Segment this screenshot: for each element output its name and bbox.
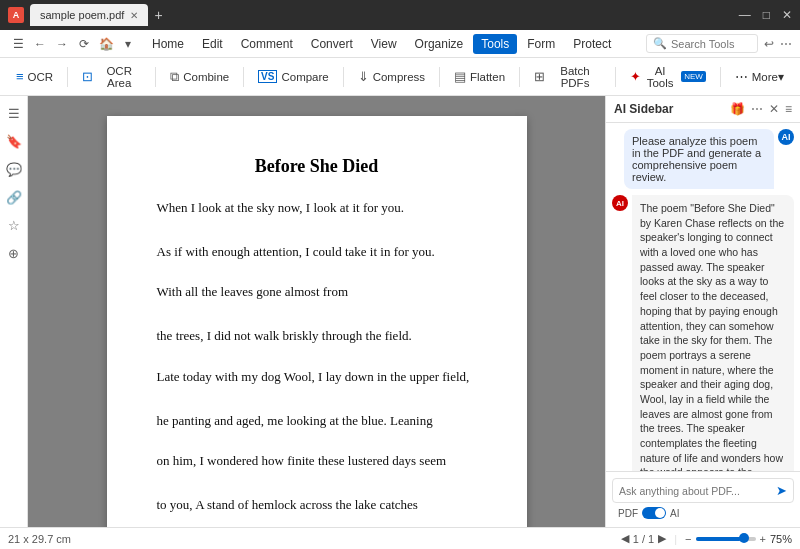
- zoom-out-icon[interactable]: −: [685, 533, 691, 545]
- maximize-icon[interactable]: □: [763, 8, 770, 22]
- undo-icon[interactable]: ↩: [764, 37, 774, 51]
- document-tab[interactable]: sample poem.pdf ✕: [30, 4, 148, 26]
- ai-toggle-label: AI: [670, 508, 679, 519]
- app-icon: A: [8, 7, 24, 23]
- gift-icon[interactable]: 🎁: [730, 102, 745, 116]
- ocr-area-button[interactable]: ⊡ OCR Area: [74, 61, 149, 93]
- menu-convert[interactable]: Convert: [303, 34, 361, 54]
- ai-input-field[interactable]: [619, 485, 776, 497]
- menu-hamburger-icon[interactable]: ☰: [8, 34, 28, 54]
- combine-icon: ⧉: [170, 69, 179, 85]
- thumbnail-icon[interactable]: ☰: [3, 102, 25, 124]
- more-tools-icon: ⋯: [735, 69, 748, 84]
- ai-more-icon[interactable]: ⋯: [751, 102, 763, 116]
- poem-stanza-1: When I look at the sky now, I look at it…: [157, 197, 477, 263]
- ai-avatar: AI: [612, 195, 628, 211]
- poem-title: Before She Died: [157, 156, 477, 177]
- ocr-icon: ≡: [16, 69, 24, 84]
- menu-home[interactable]: Home: [144, 34, 192, 54]
- minimize-icon[interactable]: —: [739, 8, 751, 22]
- compare-button[interactable]: VS Compare: [250, 66, 337, 87]
- menu-form[interactable]: Form: [519, 34, 563, 54]
- separator: [720, 67, 721, 87]
- ai-response-row: AI The poem "Before She Died" by Karen C…: [612, 195, 794, 471]
- compress-button[interactable]: ⇓ Compress: [350, 65, 433, 88]
- ai-send-icon[interactable]: ➤: [776, 483, 787, 498]
- ocr-area-icon: ⊡: [82, 69, 93, 84]
- layers-icon[interactable]: ⊕: [3, 242, 25, 264]
- main-area: ☰ 🔖 💬 🔗 ☆ ⊕ Before She Died When I look …: [0, 96, 800, 527]
- ocr-button[interactable]: ≡ OCR: [8, 65, 61, 88]
- link-icon[interactable]: 🔗: [3, 186, 25, 208]
- page-next-icon[interactable]: ▶: [658, 532, 666, 545]
- status-bar: 21 x 29.7 cm ◀ 1 / 1 ▶ | − + 75%: [0, 527, 800, 549]
- ai-response-bubble: The poem "Before She Died" by Karen Chas…: [632, 195, 794, 471]
- refresh-icon[interactable]: ⟳: [74, 34, 94, 54]
- forward-icon[interactable]: →: [52, 34, 72, 54]
- pdf-page: Before She Died When I look at the sky n…: [107, 116, 527, 527]
- home-icon[interactable]: 🏠: [96, 34, 116, 54]
- poem-stanza-2: With all the leaves gone almost from the…: [157, 281, 477, 347]
- left-sidebar: ☰ 🔖 💬 🔗 ☆ ⊕: [0, 96, 28, 527]
- combine-button[interactable]: ⧉ Combine: [162, 65, 237, 89]
- user-message-bubble: Please analyze this poem in the PDF and …: [624, 129, 774, 189]
- ai-sidebar-title: AI Sidebar: [614, 102, 726, 116]
- page-dimensions: 21 x 29.7 cm: [8, 533, 71, 545]
- zoom-in-icon[interactable]: +: [760, 533, 766, 545]
- vs-badge: VS: [258, 70, 277, 83]
- menu-organize[interactable]: Organize: [407, 34, 472, 54]
- compress-icon: ⇓: [358, 69, 369, 84]
- ai-input-area: ➤ PDF AI: [606, 471, 800, 527]
- close-icon[interactable]: ✕: [782, 8, 792, 22]
- pdf-viewer[interactable]: Before She Died When I look at the sky n…: [28, 96, 605, 527]
- ai-chat-area[interactable]: Please analyze this poem in the PDF and …: [606, 123, 800, 471]
- zoom-handle: [739, 533, 749, 543]
- more-icon[interactable]: ⋯: [780, 37, 792, 51]
- toolbar: ≡ OCR ⊡ OCR Area ⧉ Combine VS Compare ⇓ …: [0, 58, 800, 96]
- window-controls: — □ ✕: [739, 8, 792, 22]
- pdf-ai-toggle[interactable]: [642, 507, 666, 519]
- pdf-toggle-label: PDF: [618, 508, 638, 519]
- bookmark-icon[interactable]: 🔖: [3, 130, 25, 152]
- tab-label: sample poem.pdf: [40, 9, 124, 21]
- new-tab-icon[interactable]: +: [154, 7, 162, 23]
- ai-tools-button[interactable]: ✦ AI Tools NEW: [622, 61, 714, 93]
- new-badge: NEW: [681, 71, 706, 82]
- tab-close-icon[interactable]: ✕: [130, 10, 138, 21]
- menu-comment[interactable]: Comment: [233, 34, 301, 54]
- batch-pdfs-button[interactable]: ⊞ Batch PDFs: [526, 61, 609, 93]
- zoom-progress: [696, 537, 741, 541]
- ai-input-row: ➤: [612, 478, 794, 503]
- user-avatar: AI: [778, 129, 794, 145]
- ai-settings-icon[interactable]: ≡: [785, 102, 792, 116]
- search-tools-input[interactable]: [671, 38, 751, 50]
- ai-sidebar: AI Sidebar 🎁 ⋯ ✕ ≡ Please analyze this p…: [605, 96, 800, 527]
- menu-bar: ☰ ← → ⟳ 🏠 ▾ Home Edit Comment Convert Vi…: [0, 30, 800, 58]
- search-icon: 🔍: [653, 37, 667, 50]
- menu-edit[interactable]: Edit: [194, 34, 231, 54]
- menu-tools[interactable]: Tools: [473, 34, 517, 54]
- menu-view[interactable]: View: [363, 34, 405, 54]
- flatten-button[interactable]: ▤ Flatten: [446, 65, 513, 88]
- nav-icons: ☰ ← → ⟳ 🏠 ▾: [8, 34, 138, 54]
- back-icon[interactable]: ←: [30, 34, 50, 54]
- ai-close-icon[interactable]: ✕: [769, 102, 779, 116]
- poem-stanza-3: Late today with my dog Wool, I lay down …: [157, 366, 477, 432]
- separator: [615, 67, 616, 87]
- menu-protect[interactable]: Protect: [565, 34, 619, 54]
- ai-header-icons: 🎁 ⋯ ✕ ≡: [730, 102, 792, 116]
- separator: [519, 67, 520, 87]
- more-button[interactable]: ⋯ More▾: [727, 65, 792, 88]
- toggle-knob: [655, 508, 665, 518]
- separator: [439, 67, 440, 87]
- page-prev-icon[interactable]: ◀: [621, 532, 629, 545]
- comment-icon[interactable]: 💬: [3, 158, 25, 180]
- zoom-slider[interactable]: [696, 537, 756, 541]
- search-panel-icon[interactable]: ☆: [3, 214, 25, 236]
- dropdown-icon[interactable]: ▾: [118, 34, 138, 54]
- user-message-row: Please analyze this poem in the PDF and …: [612, 129, 794, 189]
- separator: [67, 67, 68, 87]
- zoom-level: 75%: [770, 533, 792, 545]
- flatten-icon: ▤: [454, 69, 466, 84]
- separator: [243, 67, 244, 87]
